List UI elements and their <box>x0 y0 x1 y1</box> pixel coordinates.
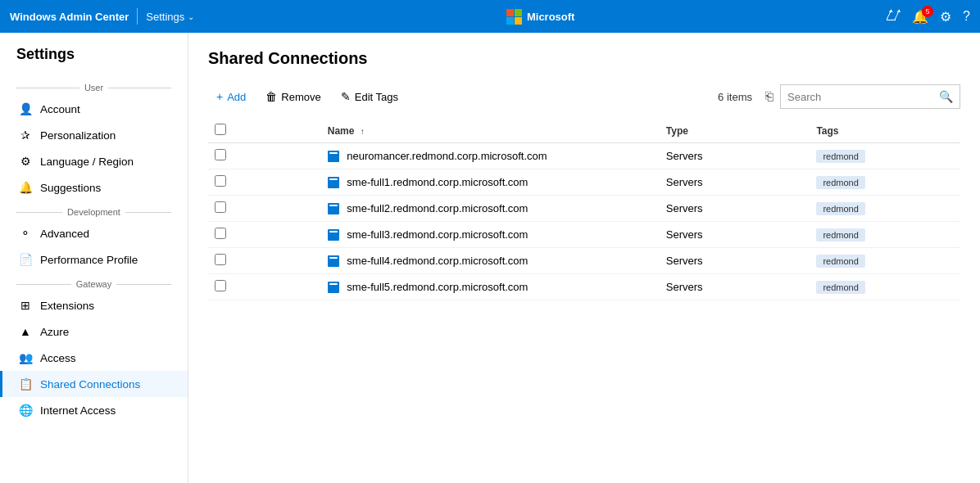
gear-button[interactable]: ⚙ <box>940 9 951 25</box>
cog-icon: ⚬ <box>19 227 32 240</box>
notification-button[interactable]: 🔔 5 <box>912 9 928 25</box>
table-row: sme-full5.redmond.corp.microsoft.com Ser… <box>208 274 960 300</box>
server-name: sme-full4.redmond.corp.microsoft.com <box>347 255 528 267</box>
name-column-header[interactable]: Name ↑ <box>321 119 660 143</box>
sidebar-item-azure-label: Azure <box>40 326 69 338</box>
topbar: Windows Admin Center Settings ⌄ Microsof… <box>0 0 980 33</box>
row-type: Servers <box>660 274 810 300</box>
type-column-header[interactable]: Type <box>660 119 810 143</box>
doc-icon: 📄 <box>19 253 32 266</box>
remove-button[interactable]: 🗑 Remove <box>257 86 329 107</box>
help-button[interactable]: ? <box>963 9 970 24</box>
connections-table: Name ↑ Type Tags neuromancer.redmond.cor… <box>208 119 960 300</box>
sidebar-item-sharedconnections-label: Shared Connections <box>40 378 140 390</box>
tag-badge: redmond <box>816 176 864 189</box>
tags-column-header[interactable]: Tags <box>810 119 960 143</box>
server-icon <box>328 151 339 162</box>
filter-icon: ⎗ <box>765 89 774 103</box>
microsoft-label: Microsoft <box>527 11 575 23</box>
sidebar-item-language[interactable]: ⚙ Language / Region <box>0 148 188 174</box>
sidebar-item-extensions-label: Extensions <box>40 300 94 312</box>
triangle-icon: ▲ <box>19 325 32 338</box>
edit-tags-label: Edit Tags <box>355 91 398 103</box>
bell-icon: 🔔 <box>19 181 32 194</box>
sidebar-section-development: Development <box>0 201 188 220</box>
row-name: neuromancer.redmond.corp.microsoft.com <box>321 143 660 169</box>
remove-label: Remove <box>281 91 320 103</box>
sidebar-item-internetaccess-label: Internet Access <box>40 404 116 417</box>
row-checkbox[interactable] <box>215 201 226 213</box>
sidebar-section-gateway: Gateway <box>0 273 188 292</box>
sidebar-item-sharedconnections[interactable]: 📋 Shared Connections <box>0 371 188 397</box>
name-header-label: Name <box>328 125 355 137</box>
topbar-center: Microsoft <box>194 9 887 25</box>
search-input[interactable] <box>781 85 932 108</box>
sidebar-item-account[interactable]: 👤 Account <box>0 96 188 122</box>
row-tags: redmond <box>810 274 960 300</box>
row-tags: redmond <box>810 169 960 196</box>
table-row: sme-full1.redmond.corp.microsoft.com Ser… <box>208 169 960 196</box>
row-checkbox[interactable] <box>215 254 226 265</box>
microsoft-logo-icon <box>506 9 522 25</box>
sidebar-item-access[interactable]: 👥 Access <box>0 345 188 371</box>
edit-tags-button[interactable]: ✎ Edit Tags <box>333 86 406 107</box>
server-icon <box>328 203 339 214</box>
row-tags: redmond <box>810 248 960 274</box>
sidebar-item-language-label: Language / Region <box>40 156 134 168</box>
tags-header-label: Tags <box>816 125 838 137</box>
row-checkbox[interactable] <box>215 149 226 160</box>
sidebar-item-personalization[interactable]: ✰ Personalization <box>0 122 188 148</box>
add-label: Add <box>227 91 246 103</box>
select-all-checkbox[interactable] <box>215 124 226 135</box>
topbar-divider <box>137 8 138 25</box>
sort-arrow-icon: ↑ <box>361 127 365 136</box>
settings-menu[interactable]: Settings ⌄ <box>146 11 194 23</box>
topbar-right: ⌰ 🔔 5 ⚙ ? <box>887 8 970 25</box>
search-box: 🔍 <box>780 84 960 109</box>
row-type: Servers <box>660 143 810 169</box>
row-name: sme-full5.redmond.corp.microsoft.com <box>321 274 660 300</box>
row-type: Servers <box>660 196 810 222</box>
row-name: sme-full1.redmond.corp.microsoft.com <box>321 169 660 196</box>
row-checkbox[interactable] <box>215 228 226 239</box>
sidebar-item-access-label: Access <box>40 352 76 364</box>
sidebar-item-azure[interactable]: ▲ Azure <box>0 318 188 345</box>
remove-icon: 🗑 <box>265 90 277 103</box>
main-layout: Settings User 👤 Account ✰ Personalizatio… <box>0 33 980 483</box>
row-tags: redmond <box>810 143 960 169</box>
terminal-button[interactable]: ⌰ <box>887 8 901 25</box>
star-icon: ✰ <box>19 129 32 142</box>
add-button[interactable]: + Add <box>208 86 254 107</box>
row-name: sme-full2.redmond.corp.microsoft.com <box>321 196 660 222</box>
row-checkbox[interactable] <box>215 280 226 291</box>
sidebar-item-advanced[interactable]: ⚬ Advanced <box>0 220 188 246</box>
table-row: sme-full2.redmond.corp.microsoft.com Ser… <box>208 196 960 222</box>
search-icon: 🔍 <box>939 90 953 103</box>
content-area: Shared Connections + Add 🗑 Remove ✎ Edit… <box>188 33 980 483</box>
filter-button[interactable]: ⎗ <box>762 86 777 107</box>
tag-icon: ✎ <box>341 90 351 103</box>
add-icon: + <box>216 90 223 103</box>
grid-icon: ⊞ <box>19 299 32 312</box>
search-button[interactable]: 🔍 <box>932 85 960 108</box>
server-icon <box>328 282 339 293</box>
server-icon <box>328 229 339 241</box>
row-type: Servers <box>660 222 810 248</box>
sidebar-item-suggestions-label: Suggestions <box>40 182 101 194</box>
sidebar: Settings User 👤 Account ✰ Personalizatio… <box>0 33 188 483</box>
server-name: sme-full5.redmond.corp.microsoft.com <box>347 281 528 293</box>
sidebar-item-performance[interactable]: 📄 Performance Profile <box>0 246 188 273</box>
page-title: Shared Connections <box>208 49 960 68</box>
sidebar-item-extensions[interactable]: ⊞ Extensions <box>0 292 188 318</box>
server-name: sme-full3.redmond.corp.microsoft.com <box>347 228 528 241</box>
table-row: neuromancer.redmond.corp.microsoft.com S… <box>208 143 960 169</box>
chevron-down-icon: ⌄ <box>188 12 194 21</box>
globe-icon: 🌐 <box>19 404 32 417</box>
server-icon <box>328 255 339 267</box>
sidebar-item-personalization-label: Personalization <box>40 129 116 142</box>
sidebar-section-user: User <box>0 76 188 96</box>
sidebar-item-internetaccess[interactable]: 🌐 Internet Access <box>0 397 188 423</box>
row-checkbox[interactable] <box>215 175 226 187</box>
sidebar-item-suggestions[interactable]: 🔔 Suggestions <box>0 174 188 201</box>
server-name: sme-full1.redmond.corp.microsoft.com <box>347 176 528 188</box>
